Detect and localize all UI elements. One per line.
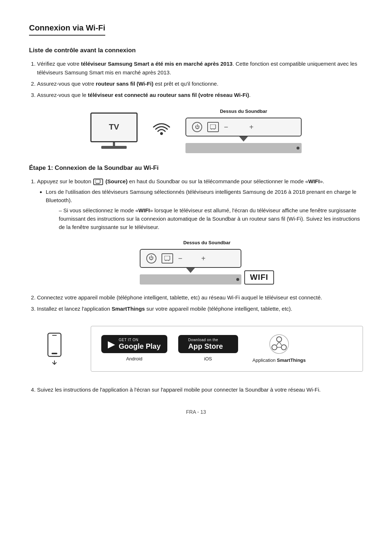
- soundbar-wifi-container: ⏻ − + WIFI: [140, 249, 274, 285]
- wifi-mode-label: WIFI: [308, 178, 320, 184]
- app-store-box: ▶ GET IT ON Google Play Android Download…: [91, 326, 363, 372]
- tv-screen: TV: [90, 113, 138, 142]
- soundbar-diagram-1: Dessus du Soundbar ⏻ − +: [185, 108, 302, 153]
- apple-store-button[interactable]: Download on the App Store: [178, 335, 238, 353]
- plus-btn-icon: +: [249, 123, 254, 131]
- app-store-section: Download on the App Store iOS: [178, 335, 238, 363]
- google-play-button[interactable]: ▶ GET IT ON Google Play: [101, 335, 167, 353]
- bold-text: téléviseur Samsung Smart a été mis en ma…: [81, 61, 233, 67]
- apple-store-text: Download on the App Store: [188, 338, 223, 350]
- android-label: Android: [126, 355, 142, 363]
- diagram-soundbar-wifi: Dessus du Soundbar ⏻ − +: [51, 239, 363, 284]
- plus-btn-icon-2: +: [201, 255, 205, 262]
- svg-line-11: [279, 342, 282, 345]
- ios-label: iOS: [204, 355, 212, 363]
- step4-list: Suivez les instructions de l'application…: [29, 385, 363, 394]
- bullet-list: Lors de l'utilisation des téléviseurs Sa…: [37, 188, 363, 231]
- svg-point-6: [270, 335, 289, 353]
- step1-title: Étape 1: Connexion de la Soundbar au Wi-…: [29, 163, 363, 173]
- dash-list: Si vous sélectionnez le mode «WIFI» lors…: [46, 206, 363, 232]
- soundbar-dot-2: [236, 278, 239, 281]
- google-play-text: GET IT ON Google Play: [119, 338, 161, 350]
- svg-line-10: [277, 342, 279, 345]
- smartthings-icon: [269, 334, 290, 355]
- power-btn-icon-2: ⏻: [146, 253, 156, 263]
- section-step1: Étape 1: Connexion de la Soundbar au Wi-…: [29, 163, 363, 232]
- soundbar-dot: [297, 147, 299, 150]
- footer-text: FRA - 13: [186, 409, 206, 415]
- svg-point-7: [277, 337, 282, 342]
- tv-stand-base: [101, 146, 127, 149]
- arrow-down-icon: [239, 136, 248, 142]
- page-title: Connexion via Wi-Fi: [29, 22, 105, 36]
- smartthings-bold: SmartThings: [277, 357, 306, 363]
- tv-stand-neck: [113, 142, 115, 146]
- phone-icon: [47, 332, 62, 366]
- soundbar-top-panel-2: ⏻ − +: [140, 249, 241, 268]
- checklist-list: Vérifiez que votre téléviseur Samsung Sm…: [29, 60, 363, 99]
- svg-rect-4: [52, 353, 57, 354]
- bold-text: routeur sans fil (Wi-Fi): [96, 81, 154, 87]
- page-footer: FRA - 13: [29, 408, 363, 416]
- steps-list: Connectez votre appareil mobile (télépho…: [29, 293, 363, 313]
- svg-rect-1: [95, 180, 100, 183]
- list-item-1: Appuyez sur le bouton (Source) en haut d…: [37, 177, 363, 232]
- tv-diagram: TV: [90, 113, 138, 149]
- bold-text: WIFI: [138, 207, 150, 213]
- soundbar-body-2: [140, 274, 241, 285]
- bold-text: téléviseur est connecté au routeur sans …: [88, 92, 249, 98]
- wifi-badge: WIFI: [244, 270, 274, 284]
- smartthings-label: SmartThings: [111, 306, 145, 312]
- list-item-2: Connectez votre appareil mobile (télépho…: [37, 293, 363, 302]
- soundbar-top-panel: ⏻ − +: [185, 118, 302, 136]
- section-checklist: Liste de contrôle avant la connexion Vér…: [29, 46, 363, 99]
- list-item: Assurez-vous que le téléviseur est conne…: [37, 91, 363, 99]
- list-item-3: Installez et lancez l'application SmartT…: [37, 304, 363, 313]
- play-store-icon: ▶: [108, 339, 115, 349]
- minus-btn-icon: −: [224, 123, 228, 131]
- svg-rect-0: [210, 124, 216, 129]
- google-play-section: ▶ GET IT ON Google Play Android: [101, 335, 167, 363]
- checklist-title: Liste de contrôle avant la connexion: [29, 46, 363, 55]
- smartthings-section: Application SmartThings: [253, 334, 306, 364]
- list-item-4: Suivez les instructions de l'application…: [37, 385, 363, 394]
- soundbar-body: [185, 143, 302, 153]
- soundbar-label-1: Dessus du Soundbar: [185, 108, 302, 115]
- soundbar-label-2: Dessus du Soundbar: [51, 239, 363, 246]
- app-store-section: ▶ GET IT ON Google Play Android Download…: [47, 319, 363, 379]
- wifi-signal-icon: [152, 121, 171, 140]
- diagram-tv-soundbar: TV Dessus du Soundbar ⏻: [29, 108, 363, 153]
- minus-btn-icon-2: −: [178, 255, 183, 262]
- power-btn-icon: ⏻: [192, 122, 202, 132]
- svg-point-9: [281, 345, 286, 350]
- svg-point-8: [272, 345, 277, 350]
- smartthings-app-label: Application SmartThings: [253, 357, 306, 364]
- source-btn-icon: [207, 122, 219, 132]
- source-btn-icon-2: [162, 253, 173, 263]
- list-item: Assurez-vous que votre routeur sans fil …: [37, 79, 363, 88]
- arrow-down-icon-2: [186, 268, 195, 273]
- step1-list: Appuyez sur le bouton (Source) en haut d…: [29, 177, 363, 232]
- svg-rect-2: [164, 256, 170, 260]
- list-item: Si vous sélectionnez le mode «WIFI» lors…: [59, 206, 363, 232]
- source-icon: [93, 179, 103, 185]
- list-item: Vérifiez que votre téléviseur Samsung Sm…: [37, 60, 363, 77]
- source-label: (Source): [106, 178, 128, 184]
- list-item: Lors de l'utilisation des téléviseurs Sa…: [46, 188, 363, 231]
